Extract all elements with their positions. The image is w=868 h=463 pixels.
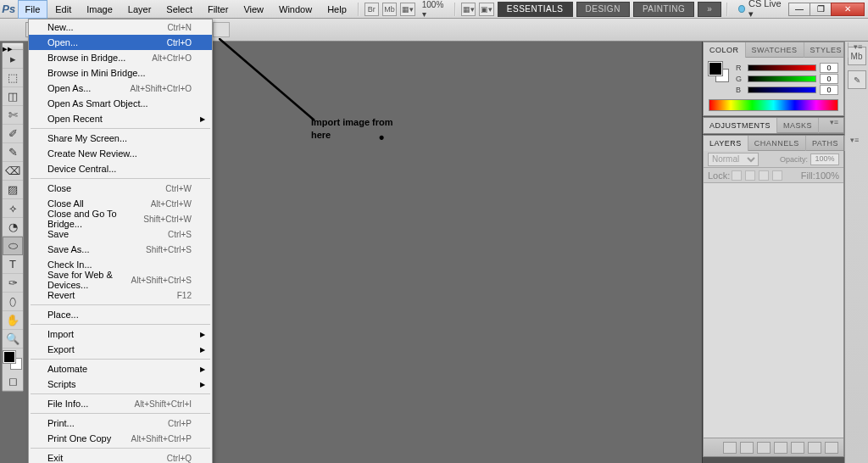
blend-mode-select[interactable]: Normal [708,153,759,166]
workspace-essentials[interactable]: ESSENTIALS [498,2,573,17]
menu-item-browse-in-bridge[interactable]: Browse in Bridge...Alt+Ctrl+O [29,50,212,65]
menu-item-new[interactable]: New...Ctrl+N [29,20,212,35]
menu-item-exit[interactable]: ExitCtrl+Q [29,450,212,463]
tool-lasso[interactable]: ◫ [3,87,23,106]
lock-all-icon[interactable] [772,170,782,181]
menu-filter[interactable]: Filter [200,0,236,19]
delete-layer-icon[interactable] [825,442,838,454]
toolbox-handle[interactable]: ▸▸ [3,43,23,50]
tool-path[interactable]: ✑ [3,274,23,293]
menu-item-open-as-smart-object[interactable]: Open As Smart Object... [29,96,212,111]
minimize-button[interactable]: — [788,3,810,16]
tool-hand[interactable]: ✋ [3,311,23,330]
workspace-more[interactable]: » [698,2,721,17]
color-swatch[interactable] [709,62,729,82]
tab-masks[interactable]: MASKS [777,118,819,133]
tool-brush[interactable]: ✎ [3,143,23,162]
zoom-level[interactable]: 100% ▾ [422,0,447,19]
menu-item-place[interactable]: Place... [29,307,212,322]
g-value[interactable]: 0 [820,74,838,84]
tab-swatches[interactable]: SWATCHES [746,42,804,58]
close-button[interactable]: ✕ [831,3,865,16]
bridge-icon[interactable]: Br [364,3,379,16]
menu-help[interactable]: Help [320,0,354,19]
layer-mask-icon[interactable] [757,442,771,454]
view-extras-icon[interactable]: ▦▾ [400,3,415,16]
arrange-icon[interactable]: ▦▾ [461,3,476,16]
menu-item-share-my-screen[interactable]: Share My Screen... [29,131,212,146]
menu-item-create-new-review[interactable]: Create New Review... [29,146,212,161]
tool-eraser[interactable]: ▨ [3,181,23,199]
tab-color[interactable]: COLOR [704,42,746,58]
tab-styles[interactable]: STYLES [804,42,849,58]
menu-item-open-as[interactable]: Open As...Alt+Shift+Ctrl+O [29,81,212,96]
menu-item-open[interactable]: Open...Ctrl+O [29,35,212,50]
tab-adjustments[interactable]: ADJUSTMENTS [704,118,777,133]
menu-window[interactable]: Window [271,0,320,19]
menu-file[interactable]: File [18,0,48,19]
r-slider[interactable] [748,64,816,71]
menu-item-browse-in-mini-bridge[interactable]: Browse in Mini Bridge... [29,65,212,81]
b-value[interactable]: 0 [820,85,838,95]
fill-value[interactable]: 100% [815,170,839,181]
tool-gradient[interactable]: ⟡ [3,199,23,218]
dock-icon[interactable]: ✎ [848,70,866,89]
color-spectrum[interactable] [709,99,838,111]
tool-marquee[interactable]: ⬚ [3,69,23,87]
foreground-color[interactable] [3,351,15,363]
panel-menu-icon[interactable]: ▾≡ [849,42,867,57]
tab-channels[interactable]: CHANNELS [748,136,806,151]
menu-image[interactable]: Image [79,0,120,19]
lock-position-icon[interactable] [759,170,769,181]
menu-item-automate[interactable]: Automate▶ [29,361,212,377]
cs-live[interactable]: CS Live ▾ [738,0,782,20]
lock-pixels-icon[interactable] [745,170,755,181]
tool-crop[interactable]: ✄ [3,106,23,125]
opacity-value[interactable]: 100% [810,153,839,165]
menu-item-scripts[interactable]: Scripts▶ [29,377,212,392]
tool-type[interactable]: T [3,255,23,274]
minibridge-icon[interactable]: Mb [382,3,397,16]
panel-menu-icon[interactable]: ▾≡ [845,136,864,150]
lock-transparency-icon[interactable] [732,170,742,181]
menu-item-save-as[interactable]: Save As...Shift+Ctrl+S [29,242,212,257]
g-slider[interactable] [748,75,816,82]
menu-item-revert[interactable]: RevertF12 [29,287,212,303]
menu-item-import[interactable]: Import▶ [29,326,212,342]
menu-item-close-and-go-to-bridge[interactable]: Close and Go To Bridge...Shift+Ctrl+W [29,211,212,226]
menu-item-close[interactable]: CloseCtrl+W [29,181,212,196]
new-layer-icon[interactable] [808,442,821,454]
tool-shape[interactable]: ⬯ [3,293,23,311]
menu-item-print[interactable]: Print...Ctrl+P [29,416,212,431]
menu-item-open-recent[interactable]: Open Recent▶ [29,111,212,126]
menu-layer[interactable]: Layer [120,0,159,19]
tool-quickmask[interactable]: ◻ [3,372,23,391]
tool-colors[interactable] [3,351,22,370]
link-layers-icon[interactable] [723,442,737,454]
menu-item-device-central[interactable]: Device Central... [29,161,212,176]
tab-layers[interactable]: LAYERS [704,136,748,151]
workspace-painting[interactable]: PAINTING [633,2,694,17]
tool-eyedropper[interactable]: ✐ [3,125,23,143]
menu-view[interactable]: View [236,0,271,19]
adjustment-layer-icon[interactable] [774,442,787,454]
menu-item-file-info[interactable]: File Info...Alt+Shift+Ctrl+I [29,396,212,411]
menu-item-save-for-web-devices[interactable]: Save for Web & Devices...Alt+Shift+Ctrl+… [29,272,212,287]
maximize-button[interactable]: ❐ [810,3,832,16]
b-slider[interactable] [748,86,816,93]
menu-edit[interactable]: Edit [47,0,79,19]
workspace-design[interactable]: DESIGN [576,2,630,17]
menu-select[interactable]: Select [159,0,200,19]
group-icon[interactable] [791,442,804,454]
r-value[interactable]: 0 [820,63,838,73]
tool-pen[interactable]: ⬭ [3,237,23,255]
panel-menu-icon[interactable]: ▾≡ [825,118,843,132]
tool-zoom[interactable]: 🔍 [3,330,23,349]
screen-mode-icon[interactable]: ▣▾ [479,3,493,16]
opt-icon[interactable] [213,22,230,37]
tool-dodge[interactable]: ◔ [3,218,23,237]
tab-paths[interactable]: PATHS [806,136,845,151]
tool-stamp[interactable]: ⌫ [3,162,23,181]
menu-item-print-one-copy[interactable]: Print One CopyAlt+Shift+Ctrl+P [29,431,212,446]
menu-item-export[interactable]: Export▶ [29,342,212,357]
